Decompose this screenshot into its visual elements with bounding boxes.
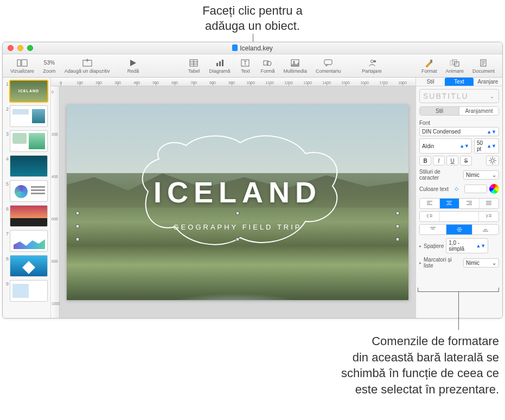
share-label: Partajare	[362, 68, 382, 74]
text-label: Text	[241, 68, 250, 74]
play-button[interactable]: Redă	[114, 57, 152, 75]
comment-icon	[324, 58, 333, 68]
underline-button[interactable]: U	[446, 156, 458, 166]
document-icon	[480, 58, 487, 68]
outdent-button[interactable]	[420, 212, 439, 221]
minimize-icon[interactable]	[17, 45, 23, 51]
font-size-stepper[interactable]: 50 pt ▲▼	[474, 138, 499, 154]
animate-label: Animare	[445, 68, 464, 74]
text-color-label: Culoare text	[419, 186, 449, 192]
char-styles-label: Stiluri de caracter	[419, 169, 461, 181]
slide-canvas[interactable]: ICELAND GEOGRAPHY FIELD TRIP	[67, 105, 408, 300]
inspector-tab-style[interactable]: Stil	[416, 78, 445, 86]
align-left-button[interactable]	[420, 199, 439, 208]
text-color-swatch[interactable]	[464, 184, 487, 193]
strikethrough-button[interactable]: S	[460, 156, 472, 166]
add-slide-label: Adaugă un diapozitiv	[65, 68, 110, 74]
paragraph-style-name: SUBTITLU	[423, 92, 469, 100]
slide-thumbnail-6[interactable]	[10, 205, 48, 227]
document-icon	[232, 44, 238, 51]
shape-label: Formă	[260, 68, 274, 74]
align-center-button[interactable]	[439, 199, 459, 208]
format-button[interactable]: Format	[417, 57, 442, 75]
slide-thumbnail-2[interactable]	[10, 105, 48, 127]
text-subtabs: Stil Aranjament	[419, 106, 499, 116]
italic-button[interactable]: I	[433, 156, 445, 166]
thumb-num: 4	[4, 155, 10, 162]
comment-button[interactable]: Comentariu	[311, 57, 346, 75]
chevron-icon: ◇	[455, 186, 458, 192]
slide-thumbnail-5[interactable]	[10, 180, 48, 202]
font-family-select[interactable]: DIN Condensed ▲▼	[419, 127, 499, 136]
document-button[interactable]: Document	[468, 57, 499, 75]
table-icon	[189, 58, 198, 68]
play-icon	[129, 58, 137, 68]
chart-icon	[215, 58, 224, 68]
valign-middle-button[interactable]	[446, 225, 472, 234]
dropdown-arrows-icon: ▲▼	[487, 129, 496, 135]
spacing-label: Spațiere	[424, 243, 444, 249]
app-window: Iceland.key Vizualizare 53% Zoom Adaugă …	[2, 42, 503, 319]
subtab-layout[interactable]: Aranjament	[459, 107, 498, 115]
chart-button[interactable]: Diagramă	[204, 57, 234, 75]
svg-line-38	[490, 162, 491, 163]
animate-icon	[450, 58, 459, 68]
spacing-select[interactable]: 1,0 - simplă ▲▼	[446, 238, 488, 253]
align-justify-button[interactable]	[479, 199, 499, 208]
slide-title-text[interactable]: ICELAND	[67, 175, 408, 209]
align-right-button[interactable]	[459, 199, 479, 208]
document-label: Document	[472, 68, 495, 74]
zoom-button[interactable]: 53% Zoom	[39, 57, 60, 75]
bullets-value: Nimic	[466, 260, 480, 266]
slide-stage[interactable]: ICELAND GEOGRAPHY FIELD TRIP	[60, 86, 415, 318]
slide-thumbnail-7[interactable]	[10, 230, 48, 252]
format-icon	[425, 58, 433, 68]
thumb-num: 7	[4, 230, 10, 237]
bullets-disclosure[interactable]: ▸ Marcatori și liste Nimic ⌄	[419, 257, 499, 269]
add-slide-icon	[82, 58, 93, 68]
slide-thumbnail-4[interactable]	[10, 155, 48, 177]
slide-thumbnail-3[interactable]	[10, 130, 48, 152]
shape-button[interactable]: Formă	[256, 57, 279, 75]
text-button[interactable]: T Text	[234, 57, 256, 75]
thumb-num: 9	[4, 280, 10, 287]
inspector-tabs: Stil Text Aranjare	[416, 78, 502, 86]
chevron-down-icon: ⌄	[492, 260, 496, 266]
valign-top-button[interactable]	[420, 225, 446, 234]
inspector-tab-arrange[interactable]: Aranjare	[474, 78, 502, 86]
bold-button[interactable]: B	[419, 156, 431, 166]
animate-button[interactable]: Animare	[441, 57, 468, 75]
dropdown-arrows-icon: ▲▼	[459, 143, 469, 149]
paragraph-style-picker[interactable]: SUBTITLU ⌄	[419, 89, 499, 103]
callout-bottom-text: Comenzile de formatare din această bară …	[222, 333, 499, 398]
slide-thumbnail-8[interactable]	[10, 255, 48, 277]
valign-bottom-button[interactable]	[472, 225, 498, 234]
font-weight-select[interactable]: Aldin ▲▼	[419, 138, 472, 154]
subtab-style[interactable]: Stil	[420, 107, 459, 115]
dropdown-arrows-icon: ▲▼	[476, 243, 485, 249]
color-wheel-button[interactable]	[489, 184, 499, 194]
inspector-tab-text[interactable]: Text	[445, 78, 474, 86]
slide-thumbnail-9[interactable]	[10, 280, 48, 302]
svg-point-16	[267, 61, 271, 66]
add-slide-button[interactable]: Adaugă un diapozitiv	[60, 57, 114, 75]
share-button[interactable]: Partajare	[357, 57, 386, 75]
table-button[interactable]: Tabel	[183, 57, 204, 75]
slide-navigator[interactable]: 1ICELAND 2 3 4 5 6 7 8 9	[3, 78, 51, 318]
slide-thumbnail-1[interactable]: ICELAND	[10, 80, 48, 102]
char-styles-select[interactable]: Nimic ⌄	[463, 170, 499, 180]
view-button[interactable]: Vizualizare	[6, 57, 39, 75]
stepper-arrows-icon: ▲▼	[487, 143, 496, 149]
text-icon: T	[241, 58, 250, 68]
close-icon[interactable]	[8, 45, 14, 51]
fullscreen-icon[interactable]	[27, 45, 33, 51]
svg-point-21	[374, 60, 376, 62]
font-weight-value: Aldin	[422, 143, 434, 149]
chevron-down-icon: ⌄	[492, 172, 496, 178]
advanced-gear-button[interactable]	[486, 156, 499, 166]
bullets-select[interactable]: Nimic ⌄	[463, 258, 499, 268]
indent-button[interactable]	[478, 212, 498, 221]
media-button[interactable]: Multimedia	[279, 57, 312, 75]
spacing-disclosure[interactable]: ▸ Spațiere 1,0 - simplă ▲▼	[419, 238, 499, 253]
svg-rect-10	[216, 63, 218, 66]
